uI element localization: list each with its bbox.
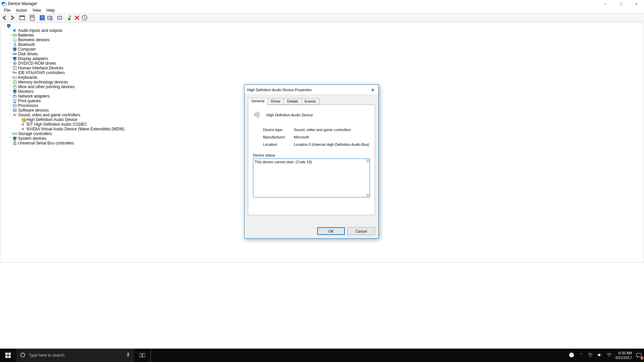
- device-manager-icon: [1, 1, 7, 6]
- tree-twist-icon[interactable]: ˅: [2, 24, 6, 28]
- toolbar-update-driver-icon[interactable]: [56, 14, 63, 21]
- tree-category-label[interactable]: Audio inputs and outputs: [17, 28, 62, 33]
- tree-category-label[interactable]: DVD/CD-ROM drives: [17, 61, 56, 66]
- tree-category-label[interactable]: Storage controllers: [17, 131, 52, 136]
- tree-twist-icon[interactable]: ˃: [8, 66, 12, 70]
- tree-twist-icon[interactable]: ˃: [8, 38, 12, 42]
- tree-category-label[interactable]: Universal Serial Bus controllers: [17, 141, 74, 145]
- taskbar-help-icon[interactable]: ?: [569, 352, 575, 359]
- dialog-tabs: General Driver Details Events: [248, 98, 375, 105]
- tree-twist-icon[interactable]: ˃: [8, 71, 12, 75]
- tree-device-label[interactable]: IDT High Definition Audio CODEC: [26, 122, 87, 127]
- cancel-button[interactable]: Cancel: [347, 227, 375, 235]
- tree-category-label[interactable]: Human Interface Devices: [17, 66, 63, 70]
- tree-category-label[interactable]: Mice and other pointing devices: [17, 84, 75, 89]
- category-icon: [12, 56, 17, 61]
- tab-details[interactable]: Details: [283, 98, 302, 105]
- tree-category-label[interactable]: Keyboards: [17, 75, 37, 80]
- toolbar-show-hide-icon[interactable]: [19, 14, 25, 21]
- menu-view[interactable]: View: [30, 8, 44, 13]
- dialog-close-button[interactable]: ✕: [368, 85, 378, 94]
- toolbar-back-icon[interactable]: [1, 14, 8, 21]
- svg-rect-56: [8, 356, 11, 358]
- toolbar-help-icon[interactable]: ?: [39, 14, 46, 21]
- scroll-up-icon[interactable]: ▲: [366, 159, 370, 163]
- tree-twist-icon[interactable]: ˃: [8, 29, 12, 33]
- tree-category-label[interactable]: Software devices: [17, 108, 49, 113]
- svg-rect-47: [16, 106, 17, 106]
- tree-twist-icon[interactable]: ˃: [8, 52, 12, 56]
- tree-category-label[interactable]: System devices: [17, 136, 46, 141]
- tree-twist-icon[interactable]: ˃: [8, 104, 12, 108]
- tree-twist-icon[interactable]: ˃: [8, 109, 12, 112]
- device-status-textbox[interactable]: This device cannot start. (Code 10) ▲ ▼: [253, 159, 370, 197]
- tree-category-label[interactable]: Computer: [17, 47, 36, 52]
- label-location: Location:: [263, 142, 294, 150]
- tree-category-label[interactable]: Biometric devices: [17, 38, 50, 42]
- toolbar-enable-icon[interactable]: [66, 14, 73, 21]
- tree-twist-icon[interactable]: ˃: [8, 62, 12, 65]
- tab-driver[interactable]: Driver: [267, 98, 284, 105]
- tree-category-label[interactable]: IDE ATA/ATAPI controllers: [17, 70, 65, 75]
- svg-rect-16: [13, 34, 16, 36]
- toolbar-properties-icon[interactable]: [29, 14, 36, 21]
- tree-twist-icon[interactable]: ˅: [8, 113, 12, 117]
- tree-twist-icon[interactable]: ˃: [8, 95, 12, 98]
- minimize-button[interactable]: —: [598, 0, 613, 7]
- svg-rect-40: [15, 95, 16, 96]
- tab-general[interactable]: General: [248, 98, 268, 105]
- tree-twist-icon[interactable]: ˃: [8, 34, 12, 37]
- menu-action[interactable]: Action: [13, 8, 30, 13]
- tree-twist-icon[interactable]: ˃: [8, 132, 12, 136]
- close-button[interactable]: ✕: [629, 0, 644, 7]
- tree-twist-icon[interactable]: ˃: [8, 141, 12, 145]
- tray-wifi-icon[interactable]: [587, 353, 593, 358]
- task-view-button[interactable]: [134, 349, 150, 362]
- svg-rect-44: [13, 105, 13, 105]
- tree-category-label[interactable]: Monitors: [17, 89, 34, 94]
- ok-button[interactable]: OK: [317, 227, 345, 235]
- tab-events[interactable]: Events: [301, 98, 319, 105]
- device-speaker-icon: [20, 127, 26, 131]
- toolbar-uninstall-icon[interactable]: [74, 14, 80, 21]
- toolbar-forward-icon[interactable]: [9, 14, 15, 21]
- tree-twist-icon[interactable]: ˃: [8, 85, 12, 89]
- tree-twist-icon[interactable]: ˃: [8, 90, 12, 94]
- scroll-down-icon[interactable]: ▼: [366, 193, 370, 197]
- taskbar-clock[interactable]: 6:35 AM 6/21/2017: [615, 351, 632, 360]
- toolbar-scan-icon[interactable]: [46, 14, 53, 21]
- tree-category-label[interactable]: Display adapters: [17, 56, 48, 61]
- start-button[interactable]: [0, 349, 16, 362]
- category-icon: [12, 52, 17, 56]
- tree-category-label[interactable]: Memory technology devices: [17, 80, 68, 84]
- tree-category-label[interactable]: Sound, video and game controllers: [17, 113, 80, 117]
- tree-device-label[interactable]: NVIDIA Virtual Audio Device (Wave Extens…: [26, 127, 124, 131]
- tray-network-icon[interactable]: [606, 353, 612, 358]
- menu-file[interactable]: File: [1, 8, 13, 13]
- toolbar-legacy-icon[interactable]: [81, 14, 88, 21]
- taskbar-search[interactable]: Type here to search: [16, 349, 134, 362]
- tree-category-label[interactable]: Processors: [17, 103, 38, 108]
- tray-chevron-up-icon[interactable]: ˄: [578, 353, 584, 358]
- tree-device-label[interactable]: High Definition Audio Device: [26, 117, 77, 122]
- tree-twist-icon[interactable]: ˃: [8, 76, 12, 79]
- tree-category-label[interactable]: Network adapters: [17, 94, 50, 99]
- tree-twist-icon[interactable]: ˃: [8, 80, 12, 84]
- tree-category-label[interactable]: Print queues: [17, 99, 41, 103]
- maximize-button[interactable]: ▢: [613, 0, 629, 7]
- tree-twist-icon[interactable]: ˃: [8, 57, 12, 61]
- action-center-button[interactable]: [635, 352, 643, 359]
- microphone-icon[interactable]: [126, 352, 130, 359]
- tree-category-label[interactable]: Batteries: [17, 33, 34, 38]
- tree-category-label[interactable]: Disk drives: [17, 52, 38, 56]
- tray-volume-icon[interactable]: [597, 353, 603, 358]
- svg-rect-32: [13, 77, 14, 77]
- tree-category-label[interactable]: Bluetooth: [17, 42, 35, 47]
- category-icon: [12, 99, 17, 103]
- dialog-titlebar[interactable]: High Definition Audio Device Properties …: [245, 85, 378, 95]
- tree-twist-icon[interactable]: ˃: [8, 43, 12, 47]
- menu-help[interactable]: Help: [44, 8, 58, 13]
- tree-twist-icon[interactable]: ˃: [8, 48, 12, 51]
- tree-twist-icon[interactable]: ˃: [8, 99, 12, 103]
- tree-twist-icon[interactable]: ˃: [8, 137, 12, 140]
